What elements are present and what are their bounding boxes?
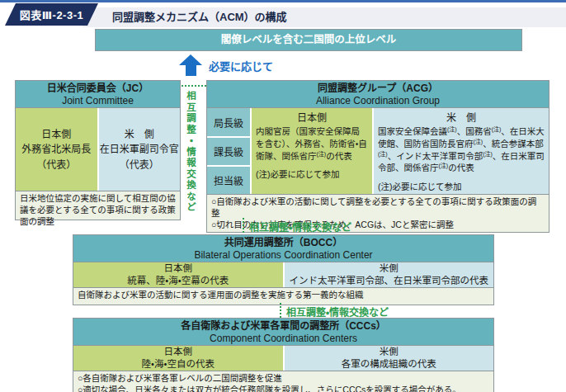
bocc-japan-cell: 日本側 統幕、陸・海・空幕の代表: [73, 262, 283, 287]
jc-japan-line2: （代表）: [36, 158, 76, 173]
acg-description-line1: ○自衛隊および米軍の活動に関して調整を必要とする全ての事項に関する政策面の調整: [211, 196, 545, 219]
cccs-box: 各自衛隊および米軍各軍間の調整所（CCCs） Component Coordin…: [73, 318, 494, 392]
figure-title: 同盟調整メカニズム（ACM）の構成: [112, 7, 566, 27]
bocc-us-body: インド太平洋軍司令部、在日米軍司令部の代表: [290, 275, 489, 287]
cccs-cells: 日本側 陸・海・空自の代表 米側 各軍の構成組織の代表: [73, 346, 493, 371]
top-level-box: 閣僚レベルを含む二国間の上位レベル: [95, 29, 522, 51]
bocc-description: 自衛隊および米軍の活動に関する運用面の調整を実施する第一義的な組織: [73, 287, 493, 305]
top-accent-line: [0, 0, 566, 2]
acg-us-note: (注)必要に応じて参加: [378, 180, 545, 192]
cccs-us-body: 各軍の構成組織の代表: [342, 358, 436, 371]
cccs-description: ○各自衛隊および米軍各軍レベルの二国間調整を促進 ○適切な場合、日米各々または双…: [73, 371, 493, 392]
jc-us-line1: 在日米軍副司令官: [100, 142, 179, 158]
acg-japan-note: (注)必要に応じて参加: [256, 168, 368, 180]
bocc-cccs-connector-label: 相互調整・情報交換など: [286, 305, 389, 319]
bocc-us-header: 米側: [380, 262, 399, 275]
bocc-title-ja: 共同運用調整所（BOCC）: [73, 237, 493, 249]
arrow-head: [179, 54, 202, 65]
acg-level-staff: 担当級: [207, 167, 250, 194]
cccs-japan-header: 日本側: [164, 346, 193, 358]
jc-us-header: 米 側: [125, 127, 154, 143]
figure-title-bar: 同盟調整メカニズム（ACM）の構成: [83, 7, 566, 27]
jc-title-ja: 日米合同委員会（JC）: [16, 83, 180, 95]
acg-japan-header: 日本側: [256, 110, 368, 124]
jc-japan-header: 日本側: [41, 127, 71, 143]
cccs-description-line1: ○各自衛隊および米軍各軍レベルの二国間調整を促進: [78, 373, 489, 385]
cccs-japan-cell: 日本側 陸・海・空自の代表: [73, 346, 283, 371]
cccs-header: 各自衛隊および米軍各軍間の調整所（CCCs） Component Coordin…: [73, 319, 493, 346]
acg-level-director: 局長級: [207, 108, 250, 135]
jc-header: 日米合同委員会（JC） Joint Committee: [16, 81, 180, 108]
acg-level-section: 課長級: [207, 138, 250, 165]
acg-bocc-connector-label: 相互調整・情報交換など: [249, 220, 351, 234]
jc-japan-cell: 日本側 外務省北米局長 （代表）: [16, 108, 97, 191]
acg-japan-cell: 日本側 内閣官房（国家安全保障局を含む）、外務省、防衛省・自衛隊、関係省庁(注)…: [252, 108, 372, 194]
bocc-box: 共同運用調整所（BOCC） Bilateral Operations Coord…: [73, 234, 494, 305]
jc-description: 日米地位協定の実施に関して相互間の協議を必要とする全ての事項に関する政策面の調整: [16, 191, 180, 220]
acg-bocc-dotted-line: [243, 218, 244, 233]
bocc-title-en: Bilateral Operations Coordination Center: [73, 249, 493, 261]
acg-us-body: 国家安全保障会議(注)、国務省(注)、在日米大使館、国防省国防長官府(注)、統合…: [378, 125, 545, 174]
jc-japan-line1: 外務省北米局長: [21, 142, 91, 158]
cccs-title-ja: 各自衛隊および米軍各軍間の調整所（CCCs）: [73, 320, 493, 333]
jc-acg-connector-label: 相互調整・情報交換など: [184, 91, 197, 214]
bocc-japan-body: 統幕、陸・海・空幕の代表: [127, 275, 229, 287]
cccs-japan-body: 陸・海・空自の代表: [142, 358, 215, 371]
jc-title-en: Joint Committee: [16, 95, 180, 106]
bocc-japan-header: 日本側: [164, 262, 193, 275]
arrow-stem: [186, 65, 196, 76]
acg-title-en: Alliance Coordination Group: [207, 95, 549, 106]
bocc-header: 共同運用調整所（BOCC） Bilateral Operations Coord…: [73, 235, 493, 262]
cccs-us-cell: 米側 各軍の構成組織の代表: [285, 346, 494, 371]
acg-header: 同盟調整グループ（ACG） Alliance Coordination Grou…: [207, 81, 549, 108]
acg-box: 同盟調整グループ（ACG） Alliance Coordination Grou…: [206, 80, 549, 233]
cccs-title-en: Component Coordination Centers: [73, 333, 493, 344]
arrow-note: 必要に応じて: [209, 58, 273, 73]
jc-box: 日米合同委員会（JC） Joint Committee 日本側 外務省北米局長 …: [15, 80, 181, 220]
cccs-us-header: 米側: [380, 346, 399, 358]
jc-cells: 日本側 外務省北米局長 （代表） 米 側 在日米軍副司令官 （代表）: [16, 108, 180, 191]
acg-title-ja: 同盟調整グループ（ACG）: [207, 83, 549, 95]
acg-us-cell: 米 側 国家安全保障会議(注)、国務省(注)、在日米大使館、国防省国防長官府(注…: [374, 108, 549, 194]
bocc-cells: 日本側 統幕、陸・海・空幕の代表 米側 インド太平洋軍司令部、在日米軍司令部の代…: [73, 262, 493, 287]
jc-us-line2: （代表）: [120, 158, 159, 173]
acg-level-column: 局長級 課長級 担当級: [207, 108, 250, 194]
figure-number-badge: 図表Ⅲ-2-3-1: [5, 3, 98, 26]
jc-acg-dotted-line: [182, 85, 206, 87]
up-arrow-icon: [179, 54, 202, 76]
acg-us-header: 米 側: [378, 110, 545, 124]
bocc-cccs-dotted-line: [280, 303, 281, 318]
acg-japan-body: 内閣官房（国家安全保障局を含む）、外務省、防衛省・自衛隊、関係省庁(注)の代表: [256, 125, 368, 162]
bocc-us-cell: 米側 インド太平洋軍司令部、在日米軍司令部の代表: [285, 262, 494, 287]
jc-us-cell: 米 側 在日米軍副司令官 （代表）: [99, 108, 181, 191]
acg-cells: 局長級 課長級 担当級 日本側 内閣官房（国家安全保障局を含む）、外務省、防衛省…: [207, 108, 549, 194]
cccs-description-line2: ○適切な場合、日米各々または双方が統合任務部隊を設置し、さらにCCCsを設置する…: [78, 385, 489, 392]
